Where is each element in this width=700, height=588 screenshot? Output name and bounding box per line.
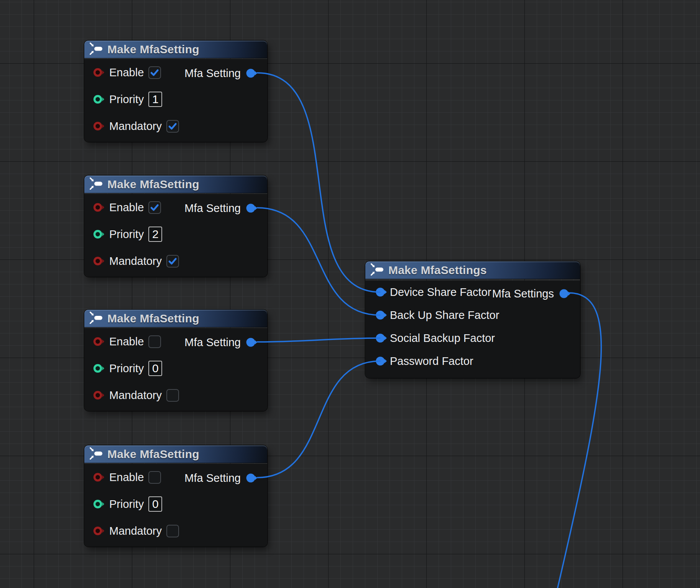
node-title-bar[interactable]: Make MfaSetting: [84, 310, 267, 327]
blueprint-graph-canvas[interactable]: Make MfaSetting Enable Priority 1: [0, 0, 700, 588]
node-title: Make MfaSetting: [107, 178, 199, 191]
node-make-mfasettings[interactable]: Make MfaSettings Device Share Factor Bac…: [365, 261, 580, 378]
pin-row-social-backup-factor: Social Backup Factor: [365, 327, 580, 350]
priority-value-field[interactable]: 0: [148, 361, 162, 376]
pin-label: Mandatory: [109, 255, 162, 268]
make-struct-icon: [90, 43, 103, 56]
pin-label: Priority: [109, 228, 144, 241]
mandatory-checkbox[interactable]: [166, 525, 179, 537]
pin-row-mandatory: Mandatory: [84, 113, 267, 140]
pin-row-output: Mfa Setting: [184, 60, 258, 87]
mfa-setting-output-pin[interactable]: [245, 202, 258, 214]
pin-label: Mandatory: [109, 525, 162, 537]
make-struct-icon: [90, 312, 103, 325]
node-title: Make MfaSetting: [107, 312, 199, 325]
pin-row-output: Mfa Settings: [492, 282, 571, 305]
enable-checkbox[interactable]: [148, 335, 161, 348]
node-title: Make MfaSetting: [107, 448, 199, 461]
pin-label: Enable: [109, 66, 144, 79]
output-pin-label: Mfa Settings: [492, 287, 554, 300]
int-pin-priority[interactable]: [93, 228, 104, 240]
bool-pin-mandatory[interactable]: [93, 120, 104, 132]
node-make-mfasetting-4[interactable]: Make MfaSetting Enable Priority 0: [84, 445, 267, 547]
mandatory-checkbox[interactable]: [166, 389, 179, 402]
wire-setting4-to-password-factor[interactable]: [257, 361, 380, 478]
pin-label: Enable: [109, 201, 144, 214]
node-title: Make MfaSettings: [388, 264, 487, 277]
priority-value-field[interactable]: 2: [148, 227, 162, 242]
pin-row-backup-share-factor: Back Up Share Factor: [365, 304, 580, 327]
output-pin-label: Mfa Setting: [184, 336, 241, 349]
pin-label: Social Backup Factor: [390, 332, 495, 345]
pin-row-priority: Priority 0: [84, 491, 267, 517]
node-title-bar[interactable]: Make MfaSetting: [84, 445, 267, 463]
bool-pin-mandatory[interactable]: [93, 255, 104, 267]
enable-checkbox[interactable]: [148, 66, 161, 79]
mandatory-checkbox[interactable]: [166, 120, 179, 133]
priority-value-field[interactable]: 0: [148, 496, 162, 512]
output-pin-label: Mfa Setting: [184, 472, 241, 485]
pin-row-mandatory: Mandatory: [84, 382, 267, 409]
node-make-mfasetting-2[interactable]: Make MfaSetting Enable Priority 2: [84, 176, 267, 277]
pin-row-output: Mfa Setting: [184, 329, 258, 356]
priority-value-field[interactable]: 1: [148, 92, 162, 107]
make-struct-icon: [90, 177, 103, 191]
pin-label: Back Up Share Factor: [390, 309, 499, 322]
bool-pin-enable[interactable]: [93, 202, 104, 213]
int-pin-priority[interactable]: [93, 94, 104, 105]
node-title-bar[interactable]: Make MfaSetting: [84, 41, 267, 58]
pin-label: Mandatory: [109, 389, 162, 402]
pin-row-output: Mfa Setting: [184, 195, 258, 222]
mfa-setting-output-pin[interactable]: [245, 472, 258, 484]
bool-pin-mandatory[interactable]: [93, 525, 104, 537]
pin-label: Mandatory: [109, 120, 162, 133]
pin-label: Priority: [109, 362, 144, 375]
enable-checkbox[interactable]: [148, 201, 161, 214]
wire-setting3-to-social-backup-factor[interactable]: [257, 338, 380, 342]
pin-label: Enable: [109, 335, 144, 348]
node-make-mfasetting-3[interactable]: Make MfaSetting Enable Priority 0: [84, 310, 267, 411]
pin-row-mandatory: Mandatory: [84, 517, 267, 544]
pin-label: Priority: [109, 498, 144, 511]
pin-row-priority: Priority 1: [84, 86, 267, 113]
wire-setting2-to-backup-share-factor[interactable]: [257, 208, 380, 315]
pin-label: Device Share Factor: [390, 286, 491, 299]
pin-label: Password Factor: [390, 355, 473, 368]
pin-row-priority: Priority 0: [84, 355, 267, 382]
node-make-mfasetting-1[interactable]: Make MfaSetting Enable Priority 1: [84, 41, 267, 142]
mfa-setting-output-pin[interactable]: [245, 67, 258, 79]
mfa-settings-output-pin[interactable]: [559, 288, 571, 299]
node-title-bar[interactable]: Make MfaSetting: [84, 176, 267, 193]
bool-pin-mandatory[interactable]: [93, 389, 104, 401]
node-title-bar[interactable]: Make MfaSettings: [365, 261, 580, 279]
int-pin-priority[interactable]: [93, 498, 104, 510]
pin-row-priority: Priority 2: [84, 221, 267, 248]
mandatory-checkbox[interactable]: [166, 255, 179, 268]
make-struct-icon: [90, 447, 103, 461]
wire-setting1-to-device-share-factor[interactable]: [257, 73, 380, 292]
pin-row-mandatory: Mandatory: [84, 248, 267, 274]
pin-label: Priority: [109, 93, 144, 106]
pin-label: Enable: [109, 471, 144, 484]
output-pin-label: Mfa Setting: [184, 67, 241, 80]
make-struct-icon: [371, 263, 384, 277]
bool-pin-enable[interactable]: [93, 471, 104, 483]
output-pin-label: Mfa Setting: [184, 202, 241, 215]
bool-pin-enable[interactable]: [93, 336, 104, 347]
pin-row-output: Mfa Setting: [184, 465, 258, 491]
bool-pin-enable[interactable]: [93, 67, 104, 78]
int-pin-priority[interactable]: [93, 363, 104, 374]
node-title: Make MfaSetting: [107, 43, 199, 56]
mfa-setting-output-pin[interactable]: [245, 337, 258, 348]
pin-row-password-factor: Password Factor: [365, 350, 580, 373]
enable-checkbox[interactable]: [148, 471, 161, 484]
